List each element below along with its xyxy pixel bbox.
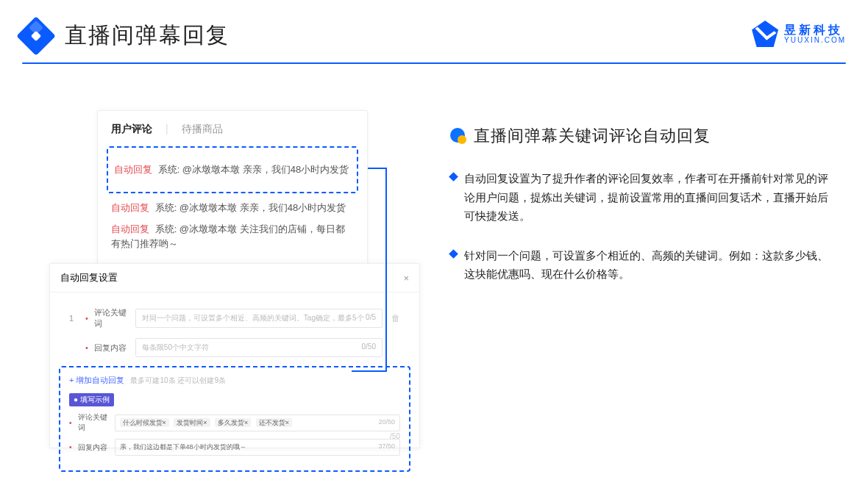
tab-pending-goods[interactable]: 待播商品 [182,123,223,136]
reply-row: • 回复内容 每条限50个中文字符 0/50 🗑 [69,338,400,357]
add-auto-reply-link[interactable]: + 增加自动回复 最多可建10条 还可以创建9条 [69,375,400,386]
row-index: 1 [69,314,79,323]
section-title: 直播间弹幕关键词评论自动回复 [450,125,833,147]
comment-row-3: 自动回复 系统: @冰墩墩本墩 关注我们的店铺，每日都有热门推荐哟～ [111,222,354,251]
auto-reply-settings-dialog: 自动回复设置 × 1 • 评论关键词 对同一个问题，可设置多个相近、高频的关键词… [49,263,420,448]
chip-1: 什么时候发货× [120,418,169,427]
close-icon[interactable]: × [403,273,409,284]
bullet-point-2: 针对同一个问题，可设置多个相近的、高频的关键词。例如：这款多少钱、这块能优惠吗、… [450,246,833,284]
bullet-point-1: 自动回复设置为了提升作者的评论回复效率，作者可在开播前针对常见的评论用户问题，提… [450,169,833,226]
comments-tabs: 用户评论 | 待播商品 [111,123,354,136]
tab-separator: | [166,123,168,136]
brand-icon [752,21,778,47]
auto-reply-tag: 自动回复 [114,164,152,175]
connector-line [352,370,387,372]
brand-logo: 昱新科技 YUUXIN.COM [752,21,846,47]
example-highlight-box: + 增加自动回复 最多可建10条 还可以创建9条 ● 填写示例 • 评论关键词 … [59,366,410,472]
comment-text-1: 系统: @冰墩墩本墩 亲亲，我们48小时内发货 [158,164,349,175]
example-reply-field: 亲，我们这边都是下单48小时内发货的哦～ 37/50 [115,439,400,456]
brand-name-cn: 昱新科技 [784,24,846,37]
example-keyword-row: • 评论关键词 什么时候发货× 发货时间× 多久发货× 还不发货× 20/50 [69,412,400,433]
reply-input[interactable]: 每条限50个中文字符 0/50 [135,338,383,357]
header-divider [22,62,846,64]
tail-count: /50 [390,432,400,440]
comments-panel: 用户评论 | 待播商品 自动回复 系统: @冰墩墩本墩 亲亲，我们48小时内发货… [97,110,368,272]
example-reply-row: • 回复内容 亲，我们这边都是下单48小时内发货的哦～ 37/50 [69,439,400,456]
example-keyword-field: 什么时候发货× 发货时间× 多久发货× 还不发货× 20/50 [115,415,400,431]
brand-name-en: YUUXIN.COM [784,36,846,44]
cube-icon [16,16,56,56]
tab-user-comments[interactable]: 用户评论 [111,123,152,136]
example-badge: ● 填写示例 [69,393,114,406]
diamond-icon [449,249,458,259]
page-title: 直播间弹幕回复 [65,21,230,51]
diamond-icon [449,172,458,182]
label-reply: 回复内容 [94,342,129,354]
required-icon: • [85,314,88,323]
highlighted-comment: 自动回复 系统: @冰墩墩本墩 亲亲，我们48小时内发货 [107,146,358,193]
connector-line [385,168,387,370]
chip-4: 还不发货× [256,418,292,427]
connector-line [368,168,387,169]
label-keyword: 评论关键词 [94,307,129,329]
section-icon [450,128,466,144]
comment-row-2: 自动回复 系统: @冰墩墩本墩 亲亲，我们48小时内发货 [111,201,354,215]
chip-2: 发货时间× [174,418,210,427]
chip-3: 多久发货× [215,418,251,427]
page-header: 直播间弹幕回复 [22,21,846,51]
description-panel: 直播间弹幕关键词评论自动回复 自动回复设置为了提升作者的评论回复效率，作者可在开… [450,125,833,304]
keyword-row: 1 • 评论关键词 对同一个问题，可设置多个相近、高频的关键词。Tag确定，最多… [69,307,400,329]
keyword-input[interactable]: 对同一个问题，可设置多个相近、高频的关键词。Tag确定，最多5个 0/5 [135,309,383,328]
dialog-header: 自动回复设置 × [50,264,419,293]
delete-icon[interactable]: 🗑 [391,313,400,323]
dialog-title: 自动回复设置 [60,271,118,284]
